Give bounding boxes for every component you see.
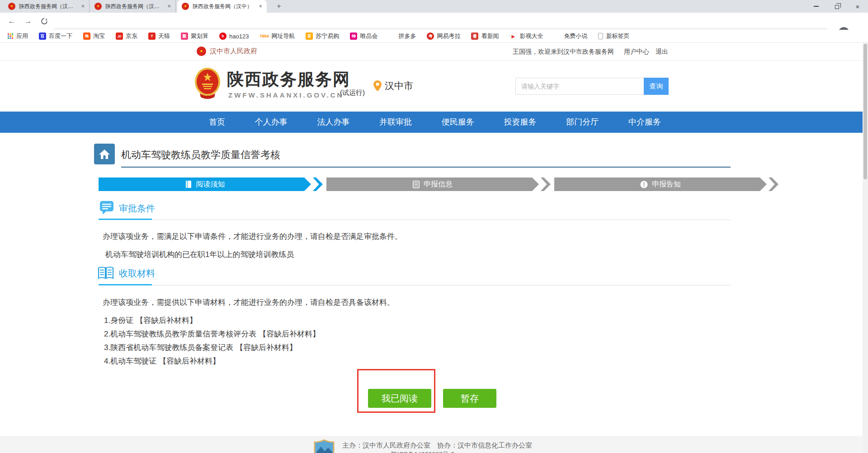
play-icon: ▶: [509, 33, 517, 40]
conditions-intro: 办理该项业务，需满足以下申请条件，才能进行业务的办理，请自检是否满足审批条件。: [103, 231, 402, 242]
minimize-button[interactable]: [806, 0, 826, 13]
browser-tab-3-active[interactable]: ★ 陕西政务服务网（汉中） ×: [177, 0, 267, 13]
browser-tab-2[interactable]: ★ 陕西政务服务网（汉中） ×: [90, 0, 176, 13]
bookmark-pinduoduo[interactable]: 拼多多: [388, 32, 416, 40]
read-confirm-button[interactable]: 我已阅读: [368, 389, 431, 408]
restore-icon: [835, 5, 839, 9]
back-button[interactable]: ←: [6, 16, 17, 27]
browser-tab-1[interactable]: ★ 陕西政务服务网（汉中） ×: [4, 0, 90, 13]
browser-toolbar: ← → 不安全 zwfw.hanzhong.gov.cn/icity/icity…: [0, 13, 868, 30]
step-chevron-icon: [313, 177, 323, 191]
nav-item-personal[interactable]: 个人办事: [255, 112, 288, 133]
main-navigation: 首页 个人办事 法人办事 并联审批 便民服务 投资服务 部门分厅 中介服务: [0, 112, 868, 133]
reload-button[interactable]: [39, 16, 50, 27]
step-tab-declare-notice[interactable]: 申报告知: [554, 177, 778, 191]
step-tabs: 阅读须知 申报信息: [99, 177, 782, 191]
nav-item-legal[interactable]: 法人办事: [317, 112, 349, 133]
7654-icon: 7654: [259, 33, 269, 40]
bookmark-novel[interactable]: 免费小说: [554, 32, 587, 40]
gov-name: 汉中市人民政府: [210, 47, 257, 56]
page-scrollbar[interactable]: [863, 43, 868, 453]
step-label: 阅读须知: [196, 180, 225, 189]
section-underline-accent: [99, 284, 152, 285]
footer-icp: 陕ICP备14000007号-2: [391, 451, 454, 453]
open-book-icon: [98, 266, 114, 280]
suning-icon: 苏: [306, 33, 313, 40]
section-title: 收取材料: [119, 267, 155, 280]
tab-close-icon[interactable]: ×: [167, 3, 171, 9]
hao123-icon: h: [219, 33, 226, 40]
user-area: 王国强，欢迎来到汉中市政务服务网 用户中心 退出: [513, 48, 668, 56]
bookmark-label: 看新闻: [481, 32, 499, 40]
bookmark-label: 京东: [126, 32, 137, 40]
minimize-icon: [814, 6, 819, 7]
bookmark-label: 应用: [16, 32, 28, 40]
nav-item-convenience[interactable]: 便民服务: [442, 112, 474, 133]
bookmark-label: 百度一下: [49, 32, 72, 40]
tab-close-icon[interactable]: ×: [259, 3, 262, 9]
bookmark-vip[interactable]: 特 唯品会: [350, 32, 377, 40]
bookmark-baidu[interactable]: 百 百度一下: [39, 32, 72, 40]
new-tab-button[interactable]: +: [273, 2, 285, 11]
bookmark-label: 免费小说: [564, 32, 587, 40]
forward-button[interactable]: →: [23, 16, 33, 27]
nav-item-intermediary[interactable]: 中介服务: [628, 112, 661, 133]
bookmark-yingshi[interactable]: ▶ 影视大全: [509, 32, 543, 40]
bookmark-suning[interactable]: 苏 苏宁易购: [306, 32, 339, 40]
nav-item-joint[interactable]: 并联审批: [379, 112, 412, 133]
save-draft-button[interactable]: 暂存: [443, 389, 496, 408]
search-input[interactable]: [515, 78, 644, 95]
bookmark-tmall[interactable]: T 天猫: [148, 32, 170, 40]
bookmark-label: 网址导航: [271, 32, 295, 40]
bookmark-hao123[interactable]: h hao123: [219, 33, 249, 40]
tab-title: 陕西政务服务网（汉中）: [193, 3, 255, 10]
step-label: 申报信息: [424, 180, 453, 189]
home-icon: [99, 148, 110, 160]
notice-book-icon: [185, 180, 192, 188]
close-icon: ×: [856, 3, 860, 10]
document-icon: [598, 33, 603, 39]
browser-window: ★ 陕西政务服务网（汉中） × ★ 陕西政务服务网（汉中） × ★ 陕西政务服务…: [0, 0, 868, 453]
form-list-icon: [413, 181, 420, 188]
bookmark-news[interactable]: 看 看新闻: [471, 32, 499, 40]
bookmark-juhuasuan[interactable]: 聚 聚划算: [181, 32, 208, 40]
gov-home-link[interactable]: ★ 汉中市人民政府: [197, 47, 257, 56]
logout-link[interactable]: 退出: [656, 48, 668, 56]
vip-icon: 特: [350, 33, 357, 40]
pinduoduo-icon: [388, 33, 396, 40]
nav-item-departments[interactable]: 部门分厅: [566, 112, 599, 133]
bookmark-kaola[interactable]: 考 网易考拉: [427, 32, 460, 40]
taobao-icon: 淘: [83, 33, 90, 40]
close-button[interactable]: ×: [847, 0, 868, 13]
news-icon: 看: [471, 33, 478, 40]
bookmark-7654[interactable]: 7654 网址导航: [259, 32, 295, 40]
bookmark-label: 影视大全: [519, 32, 543, 40]
material-item-4: 4.机动车驾驶证 【容缺后补材料】: [104, 356, 220, 366]
search-button[interactable]: 查询: [644, 78, 669, 95]
user-center-link[interactable]: 用户中心: [624, 48, 649, 56]
baidu-icon: 百: [39, 33, 46, 40]
nav-item-investment[interactable]: 投资服务: [504, 112, 537, 133]
site-favicon-icon: ★: [94, 3, 102, 10]
national-emblem-logo[interactable]: [194, 67, 221, 102]
city-selector[interactable]: 汉中市: [373, 79, 413, 92]
material-item-2: 2.机动车驾驶教练员教学质量信誉考核评分表 【容缺后补材料】: [104, 329, 320, 339]
bookmark-newtab[interactable]: 新标签页: [598, 32, 629, 40]
bookmark-apps[interactable]: 应用: [7, 32, 28, 40]
step-tab-declare-info[interactable]: 申报信息: [326, 177, 551, 191]
site-footer: 主办：汉中市人民政府办公室 协办：汉中市信息化工作办公室 陕ICP备140000…: [0, 436, 868, 453]
tmall-icon: T: [148, 33, 156, 40]
section-title: 审批条件: [119, 202, 155, 215]
section-underline-accent: [99, 219, 152, 220]
bookmark-label: 网易考拉: [437, 32, 460, 40]
site-logo-title[interactable]: 陕西政务服务网: [227, 68, 350, 91]
juhuasuan-icon: 聚: [181, 33, 188, 40]
bookmark-jd[interactable]: JD 京东: [116, 32, 137, 40]
bookmark-taobao[interactable]: 淘 淘宝: [83, 32, 105, 40]
restore-button[interactable]: [826, 0, 847, 13]
tab-close-icon[interactable]: ×: [81, 3, 85, 9]
nav-item-home[interactable]: 首页: [209, 112, 225, 133]
step-tab-read-notice[interactable]: 阅读须知: [99, 177, 323, 191]
police-badge-icon: [314, 439, 335, 453]
scrollbar-thumb[interactable]: [863, 44, 867, 179]
